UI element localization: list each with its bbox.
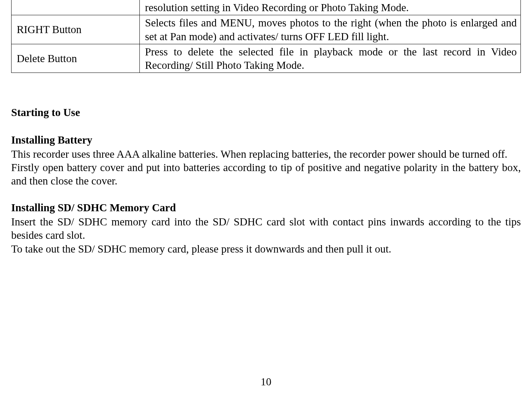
subsection-heading-sdcard: Installing SD/ SDHC Memory Card xyxy=(11,201,521,215)
subsection-heading-battery: Installing Battery xyxy=(11,133,521,147)
table-row: Delete Button Press to delete the select… xyxy=(12,44,521,73)
button-name-cell: RIGHT Button xyxy=(12,15,140,44)
body-paragraph: Firstly open battery cover and put into … xyxy=(11,161,521,188)
document-page: resolution setting in Video Recording or… xyxy=(0,0,532,395)
page-number: 10 xyxy=(0,375,532,388)
section-heading-starting: Starting to Use xyxy=(11,106,521,120)
body-paragraph: Insert the SD/ SDHC memory card into the… xyxy=(11,215,521,242)
button-desc-cell: resolution setting in Video Recording or… xyxy=(140,0,521,15)
table-row: RIGHT Button Selects files and MENU, mov… xyxy=(12,15,521,44)
body-paragraph: This recorder uses three AAA alkaline ba… xyxy=(11,147,521,161)
button-name-cell xyxy=(12,0,140,15)
button-desc-cell: Press to delete the selected file in pla… xyxy=(140,44,521,73)
button-desc-cell: Selects files and MENU, moves photos to … xyxy=(140,15,521,44)
button-table: resolution setting in Video Recording or… xyxy=(11,0,521,73)
body-paragraph: To take out the SD/ SDHC memory card, pl… xyxy=(11,242,521,256)
table-row: resolution setting in Video Recording or… xyxy=(12,0,521,15)
button-name-cell: Delete Button xyxy=(12,44,140,73)
